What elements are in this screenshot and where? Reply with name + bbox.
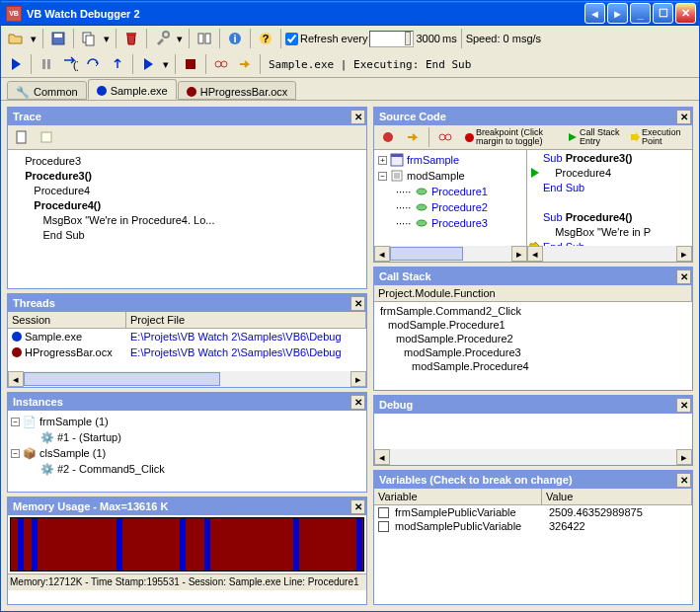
close-button[interactable]: ✕ [675,3,696,24]
source-tree[interactable]: +frmSample−modSample·····Procedure1·····… [374,150,527,246]
stop-button[interactable] [180,53,201,75]
refresh-unit: ms [442,33,457,44]
code-line[interactable]: End Sub [527,239,692,246]
open-button[interactable] [5,28,27,49]
variable-row[interactable]: frmSamplePublicVariable2509.46352989875 [374,505,692,519]
svg-rect-7 [205,34,210,43]
goto-button[interactable] [234,53,256,75]
panel-close-button[interactable]: ✕ [676,110,691,124]
run2-button[interactable] [137,53,159,75]
help-right-button[interactable]: ► [607,3,628,24]
instance-node[interactable]: ⚙️#1 - (Startup) [11,429,363,445]
save-button[interactable] [47,28,69,49]
step-into-button[interactable]: () [59,53,81,75]
minimize-button[interactable]: _ [630,3,651,24]
run-button[interactable] [5,53,27,75]
pause-button[interactable] [36,53,57,75]
instance-node[interactable]: ⚙️#2 - Command5_Click [11,461,363,477]
source-tree-node[interactable]: ·····Procedure2 [376,199,524,215]
tab-sample-exe[interactable]: Sample.exe [88,79,177,100]
refresh-slider-thumb[interactable] [405,32,411,45]
open-dropdown[interactable]: ▾ [29,28,39,49]
debug-hscroll[interactable]: ◂▸ [374,449,692,465]
delete-button[interactable] [120,28,142,49]
callstack-entry[interactable]: modSample.Procedure1 [380,318,686,332]
srccode-hscroll[interactable]: ◂▸ [527,246,692,262]
col-session[interactable]: Session [8,312,126,328]
thread-row[interactable]: Sample.exeE:\Projets\VB Watch 2\Samples\… [8,329,366,344]
instance-node[interactable]: −📄frmSample (1) [11,414,363,429]
expand-icon[interactable]: − [378,172,387,181]
gear-icon: ⚙️ [40,462,54,476]
goto-exec-button[interactable] [402,126,424,148]
gutter[interactable] [527,167,543,179]
tab-common[interactable]: 🔧 Common [7,81,87,100]
session-dot-icon [12,332,22,342]
refresh-slider-track[interactable] [369,31,414,47]
form-b-icon [390,153,404,167]
instance-node[interactable]: −📦clsSample (1) [11,445,363,461]
watch-add-button[interactable] [434,126,456,148]
help-button[interactable]: ? [255,28,276,49]
debug-output[interactable] [374,414,692,449]
break-checkbox[interactable] [378,521,389,532]
code-line[interactable] [527,194,692,209]
callstack-entry[interactable]: frmSample.Command2_Click [380,304,686,318]
code-line[interactable]: Procedure4 [527,165,692,180]
source-tree-node[interactable]: ·····Procedure3 [376,215,524,231]
code-line[interactable]: Sub Procedure4() [527,209,692,224]
help-left-button[interactable]: ◄ [584,3,605,24]
watch-button[interactable] [210,53,232,75]
step-over-button[interactable] [83,53,105,75]
view-button[interactable] [194,28,215,49]
panel-close-button[interactable]: ✕ [350,499,365,514]
expand-icon[interactable]: + [378,156,387,165]
toolbar-row-2: () ▾ Sample.exe | Executing: End Sub [1,51,699,77]
code-line[interactable]: MsgBox "We're in P [527,224,692,239]
code-line[interactable]: End Sub [527,180,692,194]
maximize-button[interactable]: ☐ [653,3,673,24]
step-out-button[interactable] [107,53,128,75]
panel-close-button[interactable]: ✕ [676,398,691,413]
col-project[interactable]: Project File [126,312,366,328]
panel-close-button[interactable]: ✕ [350,296,365,311]
callstack-entry[interactable]: modSample.Procedure3 [380,345,686,359]
refresh-interval: 3000 [416,33,439,44]
variable-row[interactable]: modSamplePublicVariable326422 [374,519,692,533]
trace-output[interactable]: Procedure3 Procedure3() Procedure4 Proce… [8,150,366,288]
source-code-view[interactable]: Sub Procedure3() Procedure4End SubSub Pr… [527,150,692,246]
code-line[interactable]: Sub Procedure3() [527,150,692,165]
callstack-entry[interactable]: modSample.Procedure4 [380,359,686,373]
breakpoint-button[interactable] [377,126,399,148]
refresh-checkbox[interactable] [285,33,298,45]
callstack-entry[interactable]: modSample.Procedure2 [380,332,686,345]
panel-close-button[interactable]: ✕ [350,395,365,410]
collapse-icon[interactable]: − [11,418,20,426]
trace-new-button[interactable] [11,126,33,148]
copy-dropdown[interactable]: ▾ [102,28,112,49]
trace-clear-button[interactable] [36,126,57,148]
run2-dropdown[interactable]: ▾ [161,53,171,75]
tools-dropdown[interactable]: ▾ [175,28,185,49]
col-variable[interactable]: Variable [374,489,542,504]
svg-rect-18 [17,131,26,143]
break-checkbox[interactable] [378,507,389,518]
instances-tree[interactable]: −📄frmSample (1)⚙️#1 - (Startup)−📦clsSamp… [8,411,366,492]
panel-close-button[interactable]: ✕ [676,269,691,284]
tools-button[interactable] [151,28,173,49]
source-tree-node[interactable]: −modSample [376,168,524,184]
collapse-icon[interactable]: − [11,449,20,458]
source-tree-node[interactable]: ·····Procedure1 [376,184,524,199]
gutter[interactable] [527,241,543,247]
callstack-list[interactable]: frmSample.Command2_ClickmodSample.Proced… [374,302,692,375]
tab-hprogressbar[interactable]: HProgressBar.ocx [178,81,297,100]
col-value[interactable]: Value [542,489,692,504]
panel-close-button[interactable]: ✕ [676,473,691,488]
threads-hscroll[interactable]: ◂▸ [8,371,366,387]
info-button[interactable]: i [224,28,246,49]
source-tree-node[interactable]: +frmSample [376,152,524,168]
thread-row[interactable]: HProgressBar.ocxE:\Projets\VB Watch 2\Sa… [8,344,366,360]
copy-button[interactable] [78,28,100,49]
panel-close-button[interactable]: ✕ [350,110,365,124]
srctree-hscroll[interactable]: ◂▸ [374,246,527,262]
